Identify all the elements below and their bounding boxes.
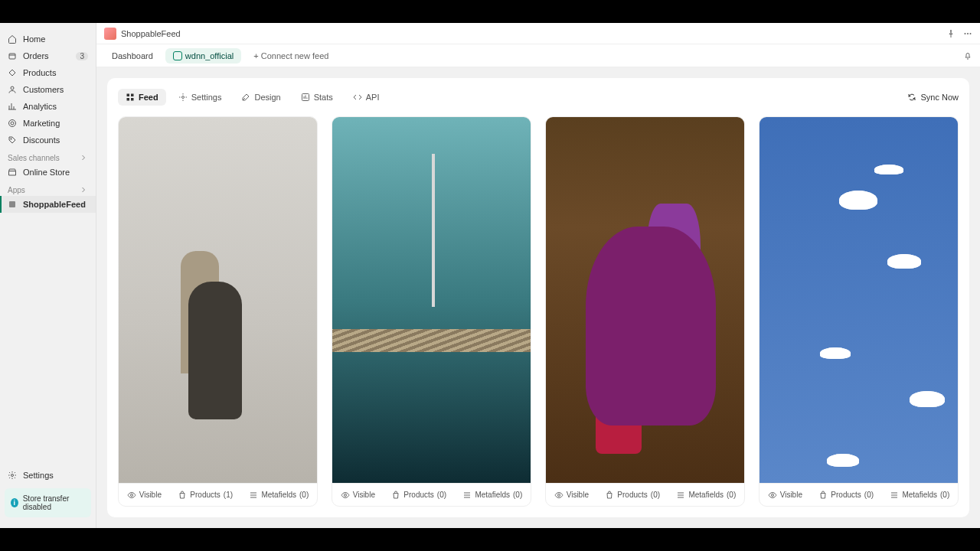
feed-card[interactable]: Visible Products (0) Metafields (0) — [759, 116, 959, 507]
products-button[interactable]: Products (0) — [391, 491, 446, 500]
chevron-right-icon — [79, 153, 88, 162]
visible-toggle[interactable]: Visible — [768, 491, 802, 500]
svg-point-6 — [11, 474, 14, 477]
instagram-icon — [173, 51, 182, 60]
products-button[interactable]: Products (0) — [818, 491, 874, 500]
discounts-icon — [8, 135, 17, 145]
svg-point-7 — [965, 33, 966, 34]
grid-icon — [126, 93, 135, 102]
svg-point-18 — [557, 494, 560, 496]
metafields-button[interactable]: Metafields (0) — [676, 491, 736, 500]
metafields-button[interactable]: Metafields (0) — [462, 491, 522, 500]
feed-image — [332, 117, 531, 483]
products-button[interactable]: Products (1) — [178, 491, 233, 500]
nav-marketing[interactable]: Marketing — [0, 115, 96, 132]
feed-image — [119, 117, 317, 483]
nav-online-store[interactable]: Online Store — [0, 164, 96, 181]
nav-products[interactable]: Products — [0, 64, 96, 81]
svg-point-8 — [967, 33, 969, 34]
card-footer: Visible Products (1) Metafields (0) — [119, 483, 317, 506]
analytics-icon — [8, 102, 17, 111]
feed-card[interactable]: Visible Products (1) Metafields (0) — [118, 116, 318, 507]
svg-rect-0 — [9, 54, 15, 59]
main: ShoppableFeed Dashboard wdnn_official + … — [96, 23, 980, 528]
nav-discounts[interactable]: Discounts — [0, 132, 96, 148]
customers-icon — [8, 85, 17, 94]
tab-dashboard[interactable]: Dashboard — [104, 48, 161, 64]
store-transfer-banner: i Store transfer disabled — [5, 488, 91, 517]
bag-icon — [605, 491, 614, 500]
nav-label: Home — [23, 34, 45, 44]
svg-point-14 — [181, 96, 184, 99]
nav-settings[interactable]: Settings — [0, 467, 96, 484]
app-icon — [8, 200, 17, 209]
subtabs: Feed Settings Design Stats — [118, 89, 959, 106]
feed-image — [760, 117, 958, 483]
subtab-feed[interactable]: Feed — [118, 89, 166, 106]
bag-icon — [818, 491, 828, 500]
list-icon — [462, 491, 472, 500]
visible-toggle[interactable]: Visible — [127, 491, 162, 500]
eye-icon — [127, 491, 136, 500]
subtab-settings[interactable]: Settings — [171, 89, 230, 106]
visible-toggle[interactable]: Visible — [341, 491, 375, 500]
nav-label: Discounts — [23, 135, 60, 145]
pin-icon[interactable] — [946, 29, 956, 38]
svg-rect-13 — [131, 98, 134, 101]
info-icon: i — [11, 498, 18, 507]
list-icon — [249, 491, 258, 500]
nav-label: Marketing — [23, 119, 60, 128]
nav-shoppablefeed[interactable]: ShoppableFeed — [0, 196, 96, 213]
nav-label: Online Store — [23, 168, 70, 177]
gear-icon — [178, 93, 188, 102]
nav-label: Settings — [23, 471, 54, 480]
card-footer: Visible Products (0) Metafields (0) — [760, 483, 958, 506]
svg-point-19 — [771, 494, 773, 496]
section-apps[interactable]: Apps — [0, 181, 96, 196]
bell-icon[interactable] — [963, 51, 972, 60]
nav-analytics[interactable]: Analytics — [0, 98, 96, 115]
gear-icon — [8, 471, 17, 480]
nav-label: Orders — [23, 51, 49, 60]
eye-icon — [768, 491, 777, 500]
nav-label: Customers — [23, 85, 64, 94]
orders-badge: 3 — [76, 52, 88, 60]
metafields-button[interactable]: Metafields (0) — [890, 491, 949, 500]
section-sales-channels[interactable]: Sales channels — [0, 148, 96, 164]
svg-rect-11 — [131, 94, 134, 97]
svg-point-16 — [130, 494, 132, 496]
nav-customers[interactable]: Customers — [0, 81, 96, 98]
more-icon[interactable] — [963, 29, 972, 38]
tab-feed[interactable]: wdnn_official — [165, 48, 241, 64]
feed-card[interactable]: Visible Products (0) Metafields (0) — [545, 116, 745, 507]
feed-card[interactable]: Visible Products (0) Metafields (0) — [332, 116, 531, 507]
svg-rect-5 — [9, 201, 15, 207]
sync-button[interactable]: Sync Now — [907, 93, 959, 102]
svg-point-17 — [344, 494, 346, 496]
subtab-stats[interactable]: Stats — [293, 89, 341, 106]
feed-image — [546, 117, 744, 483]
stats-icon — [301, 93, 310, 102]
svg-point-2 — [9, 120, 16, 127]
sync-icon — [907, 93, 916, 102]
subtab-api[interactable]: API — [345, 89, 387, 106]
content: Feed Settings Design Stats — [96, 67, 980, 528]
nav-home[interactable]: Home — [0, 31, 96, 47]
topbar: ShoppableFeed — [96, 23, 980, 44]
products-button[interactable]: Products (0) — [605, 491, 660, 500]
nav-orders[interactable]: Orders 3 — [0, 47, 96, 64]
visible-toggle[interactable]: Visible — [554, 491, 589, 500]
subtab-design[interactable]: Design — [234, 89, 288, 106]
svg-point-4 — [11, 139, 12, 140]
store-icon — [8, 168, 17, 177]
marketing-icon — [8, 119, 17, 128]
metafields-button[interactable]: Metafields (0) — [249, 491, 309, 500]
svg-point-1 — [11, 86, 14, 90]
products-icon — [8, 68, 17, 77]
tabs-row: Dashboard wdnn_official + Connect new fe… — [96, 44, 980, 67]
tab-connect-new[interactable]: + Connect new feed — [246, 48, 336, 64]
feed-grid: Visible Products (1) Metafields (0) Visi… — [118, 116, 959, 507]
card-footer: Visible Products (0) Metafields (0) — [332, 483, 531, 506]
svg-rect-12 — [127, 98, 130, 101]
bag-icon — [391, 491, 400, 500]
